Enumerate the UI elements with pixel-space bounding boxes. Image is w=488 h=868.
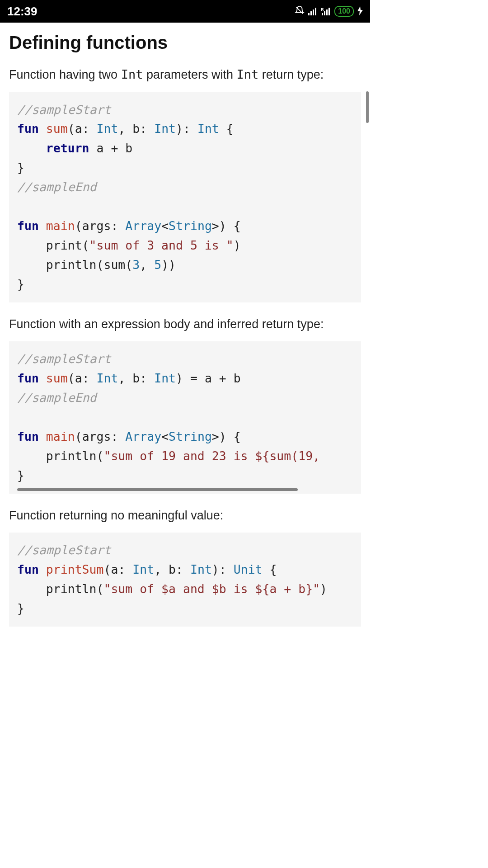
tok: } bbox=[17, 160, 24, 175]
tok: < bbox=[161, 429, 169, 443]
tok: < bbox=[161, 219, 169, 233]
type: Int bbox=[154, 122, 176, 136]
tok: } bbox=[17, 601, 24, 615]
tok: } bbox=[17, 277, 24, 291]
status-right: R 100 bbox=[295, 5, 363, 19]
document-content[interactable]: Defining functions Function having two I… bbox=[0, 23, 370, 658]
inline-code: Int bbox=[121, 67, 143, 81]
tok bbox=[17, 141, 46, 155]
svg-rect-8 bbox=[326, 9, 328, 15]
type: Unit bbox=[234, 562, 263, 576]
tok: , bbox=[140, 258, 154, 272]
type: Int bbox=[97, 122, 118, 136]
page-heading: Defining functions bbox=[9, 33, 361, 53]
status-time: 12:39 bbox=[7, 5, 38, 19]
text: Function having two bbox=[9, 68, 121, 81]
tok: (a: bbox=[103, 562, 132, 576]
code-comment: //sampleEnd bbox=[17, 180, 97, 194]
code-block-2: //sampleStart fun sum(a: Int, b: Int) = … bbox=[9, 341, 361, 493]
tok: print( bbox=[17, 238, 89, 252]
code-block-1: //sampleStart fun sum(a: Int, b: Int): I… bbox=[9, 92, 361, 302]
svg-rect-1 bbox=[308, 13, 310, 15]
type: Array bbox=[125, 219, 161, 233]
type: Int bbox=[154, 371, 176, 385]
svg-rect-4 bbox=[315, 8, 316, 15]
svg-rect-9 bbox=[328, 8, 330, 15]
type: String bbox=[169, 219, 212, 233]
mute-icon bbox=[295, 5, 305, 19]
svg-text:R: R bbox=[321, 7, 324, 12]
tok: , b: bbox=[154, 562, 190, 576]
str: "sum of 3 and 5 is " bbox=[89, 238, 234, 252]
type: Int bbox=[132, 562, 154, 576]
text: return type: bbox=[258, 68, 324, 81]
paragraph-3: Function returning no meaningful value: bbox=[9, 506, 361, 525]
type: Int bbox=[197, 122, 219, 136]
tok: , b: bbox=[118, 371, 154, 385]
inline-code: Int bbox=[237, 67, 259, 81]
num: 5 bbox=[154, 258, 161, 272]
tok: ) = a + b bbox=[176, 371, 241, 385]
text: parameters with bbox=[143, 68, 236, 81]
tok: ): bbox=[176, 122, 197, 136]
kw: return bbox=[46, 141, 89, 155]
tok: ) bbox=[320, 582, 327, 596]
tok: ) bbox=[234, 238, 241, 252]
battery-badge: 100 bbox=[334, 6, 354, 17]
str: "sum of $a and $b is ${a + b}" bbox=[103, 582, 320, 596]
svg-marker-10 bbox=[357, 6, 363, 15]
paragraph-1: Function having two Int parameters with … bbox=[9, 66, 361, 84]
code-comment: //sampleStart bbox=[17, 543, 111, 557]
tok: (args: bbox=[75, 219, 126, 233]
tok: println(sum( bbox=[17, 258, 132, 272]
type: Array bbox=[125, 429, 161, 443]
tok: , b: bbox=[118, 122, 154, 136]
tok: >) { bbox=[212, 429, 241, 443]
scroll-indicator[interactable] bbox=[366, 91, 369, 123]
tok: println( bbox=[17, 449, 103, 463]
type: String bbox=[169, 429, 212, 443]
fn: printSum bbox=[46, 562, 104, 576]
tok: (args: bbox=[75, 429, 126, 443]
svg-rect-2 bbox=[310, 11, 312, 15]
status-bar: 12:39 R 100 bbox=[0, 0, 370, 23]
fn: main bbox=[46, 429, 75, 443]
svg-rect-6 bbox=[322, 13, 323, 15]
paragraph-2: Function with an expression body and inf… bbox=[9, 315, 361, 334]
tok: )) bbox=[161, 258, 176, 272]
fn: sum bbox=[46, 122, 68, 136]
kw: fun bbox=[17, 562, 39, 576]
tok: >) { bbox=[212, 219, 241, 233]
tok: ): bbox=[212, 562, 234, 576]
type: Int bbox=[97, 371, 118, 385]
signal-icon bbox=[308, 5, 317, 19]
tok: (a: bbox=[68, 122, 97, 136]
tok: (a: bbox=[68, 371, 97, 385]
signal-r-icon: R bbox=[321, 5, 331, 19]
kw: fun bbox=[17, 122, 39, 136]
kw: fun bbox=[17, 219, 39, 233]
kw: fun bbox=[17, 429, 39, 443]
kw: fun bbox=[17, 371, 39, 385]
type: Int bbox=[190, 562, 212, 576]
tok: a + b bbox=[89, 141, 133, 155]
tok: { bbox=[263, 562, 277, 576]
code-comment: //sampleStart bbox=[17, 103, 111, 117]
svg-rect-7 bbox=[324, 11, 325, 15]
tok: } bbox=[17, 468, 24, 482]
fn: main bbox=[46, 219, 75, 233]
tok: { bbox=[219, 122, 234, 136]
code-comment: //sampleStart bbox=[17, 352, 111, 366]
tok: println( bbox=[17, 582, 103, 596]
fn: sum bbox=[46, 371, 68, 385]
svg-rect-3 bbox=[313, 9, 314, 15]
code-block-3: //sampleStart fun printSum(a: Int, b: In… bbox=[9, 533, 361, 627]
num: 3 bbox=[132, 258, 140, 272]
str: "sum of 19 and 23 is ${sum(19, bbox=[103, 449, 320, 463]
code-comment: //sampleEnd bbox=[17, 391, 97, 405]
charging-icon bbox=[357, 5, 363, 19]
